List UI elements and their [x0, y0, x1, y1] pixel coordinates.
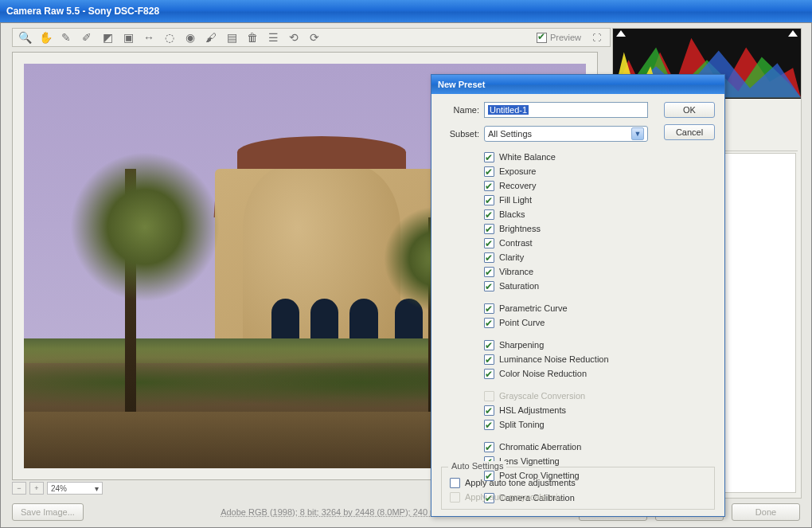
- color-sampler-icon[interactable]: ◩: [100, 30, 115, 45]
- setting-checkbox[interactable]: [484, 152, 494, 162]
- zoom-out-button[interactable]: −: [12, 482, 26, 495]
- zoom-value: 24%: [51, 484, 67, 493]
- setting-checkbox[interactable]: [484, 354, 494, 365]
- setting-label: Point Curve: [499, 315, 545, 330]
- setting-row[interactable]: Parametric Curve: [484, 301, 715, 315]
- workflow-link[interactable]: Adobe RGB (1998); 8 bit; 3264 by 2448 (8…: [221, 507, 442, 517]
- setting-checkbox[interactable]: [484, 238, 494, 248]
- setting-label: Exposure: [499, 164, 536, 178]
- setting-row[interactable]: Contrast: [484, 236, 715, 250]
- setting-label: Contrast: [499, 236, 533, 250]
- window-titlebar: Camera Raw 5.5 - Sony DSC-F828: [0, 0, 812, 22]
- done-button[interactable]: Done: [732, 503, 800, 521]
- crop-icon[interactable]: ▣: [121, 30, 135, 45]
- setting-row[interactable]: Point Curve: [484, 315, 715, 330]
- setting-row[interactable]: Recovery: [484, 178, 715, 193]
- save-image-button[interactable]: Save Image...: [12, 503, 84, 521]
- setting-checkbox[interactable]: [484, 442, 494, 452]
- setting-row[interactable]: Chromatic Aberration: [484, 440, 715, 454]
- setting-label: Grayscale Conversion: [499, 389, 585, 403]
- redeye-icon[interactable]: ◉: [183, 30, 197, 45]
- setting-row: Grayscale Conversion: [484, 389, 715, 403]
- setting-row[interactable]: Color Noise Reduction: [484, 366, 715, 381]
- zoom-in-button[interactable]: +: [29, 482, 44, 495]
- window-title: Camera Raw 5.5 - Sony DSC-F828: [6, 6, 159, 17]
- fullscreen-icon[interactable]: ⛶: [589, 30, 603, 45]
- setting-row[interactable]: White Balance: [484, 150, 715, 164]
- preview-checkbox[interactable]: [537, 33, 547, 43]
- setting-checkbox[interactable]: [484, 303, 494, 314]
- setting-row[interactable]: Saturation: [484, 279, 715, 293]
- auto-tone-label: Apply auto tone adjustments: [465, 475, 576, 490]
- setting-checkbox[interactable]: [484, 420, 494, 430]
- graduated-filter-icon[interactable]: ▤: [224, 30, 239, 45]
- setting-checkbox[interactable]: [484, 224, 494, 234]
- preset-name-value: Untitled-1: [488, 105, 529, 115]
- setting-row[interactable]: HSL Adjustments: [484, 403, 715, 417]
- chevron-down-icon: ▾: [95, 484, 99, 493]
- setting-row[interactable]: Sharpening: [484, 338, 715, 352]
- setting-label: Fill Light: [499, 193, 532, 207]
- hand-icon[interactable]: ✋: [38, 30, 53, 45]
- setting-row[interactable]: Brightness: [484, 221, 715, 236]
- dialog-cancel-button[interactable]: Cancel: [664, 124, 715, 140]
- subset-value: All Settings: [488, 129, 532, 139]
- setting-checkbox[interactable]: [484, 252, 494, 263]
- new-preset-dialog: New Preset OK Cancel Name: Untitled-1 Su…: [431, 74, 725, 517]
- setting-checkbox[interactable]: [484, 166, 494, 177]
- spot-removal-icon[interactable]: ◌: [162, 30, 177, 45]
- trash-icon[interactable]: 🗑: [245, 30, 260, 45]
- auto-tone-checkbox[interactable]: [450, 478, 460, 488]
- setting-checkbox[interactable]: [484, 281, 494, 291]
- setting-checkbox[interactable]: [484, 405, 494, 416]
- setting-row[interactable]: Blacks: [484, 207, 715, 221]
- setting-checkbox[interactable]: [484, 209, 494, 220]
- zoom-strip: − + 24% ▾: [12, 481, 187, 495]
- setting-label: HSL Adjustments: [499, 403, 566, 417]
- subset-label: Subset:: [441, 129, 479, 139]
- straighten-icon[interactable]: ↔: [142, 30, 156, 45]
- setting-label: Recovery: [499, 178, 536, 193]
- auto-settings-legend: Auto Settings: [448, 461, 506, 471]
- eyedropper-icon[interactable]: ✎: [59, 30, 73, 45]
- rotate-ccw-icon[interactable]: ⟲: [287, 30, 301, 45]
- setting-checkbox[interactable]: [484, 181, 494, 191]
- name-label: Name:: [441, 105, 479, 115]
- setting-label: Luminance Noise Reduction: [499, 352, 609, 366]
- dialog-titlebar[interactable]: New Preset: [431, 75, 724, 94]
- setting-label: Saturation: [499, 279, 539, 293]
- adjustment-brush-icon[interactable]: 🖌: [204, 30, 218, 45]
- setting-label: Sharpening: [499, 338, 544, 352]
- setting-row[interactable]: Fill Light: [484, 193, 715, 207]
- setting-row[interactable]: Exposure: [484, 164, 715, 178]
- tool-toolbar: 🔍 ✋ ✎ ✐ ◩ ▣ ↔ ◌ ◉ 🖌 ▤ 🗑 ☰ ⟲ ⟳ Preview ⛶: [12, 28, 611, 47]
- setting-row[interactable]: Split Toning: [484, 417, 715, 432]
- setting-row[interactable]: Luminance Noise Reduction: [484, 352, 715, 366]
- preset-name-input[interactable]: Untitled-1: [484, 102, 648, 118]
- setting-checkbox[interactable]: [484, 340, 494, 350]
- zoom-icon[interactable]: 🔍: [18, 30, 32, 45]
- rotate-cw-icon[interactable]: ⟳: [307, 30, 322, 45]
- setting-label: Blacks: [499, 207, 525, 221]
- setting-checkbox[interactable]: [484, 195, 494, 205]
- auto-settings-group: Auto Settings Apply auto tone adjustment…: [441, 467, 715, 510]
- chevron-down-icon: ▼: [631, 127, 644, 140]
- preferences-icon[interactable]: ☰: [266, 30, 280, 45]
- setting-checkbox[interactable]: [484, 369, 494, 379]
- auto-grayscale-row: Apply auto grayscale mix: [450, 490, 706, 504]
- setting-checkbox[interactable]: [484, 318, 494, 328]
- subset-dropdown[interactable]: All Settings ▼: [484, 126, 648, 142]
- preview-toggle[interactable]: Preview: [537, 33, 581, 43]
- setting-label: Split Toning: [499, 417, 545, 432]
- ok-button[interactable]: OK: [664, 102, 715, 118]
- setting-row[interactable]: Clarity: [484, 250, 715, 264]
- auto-grayscale-label: Apply auto grayscale mix: [465, 490, 562, 504]
- zoom-dropdown[interactable]: 24% ▾: [47, 482, 103, 495]
- eyedropper2-icon[interactable]: ✐: [80, 30, 94, 45]
- setting-checkbox[interactable]: [484, 267, 494, 277]
- setting-label: White Balance: [499, 150, 556, 164]
- setting-row[interactable]: Vibrance: [484, 264, 715, 279]
- setting-label: Brightness: [499, 221, 541, 236]
- auto-tone-row[interactable]: Apply auto tone adjustments: [450, 475, 706, 490]
- setting-checkbox: [484, 391, 494, 401]
